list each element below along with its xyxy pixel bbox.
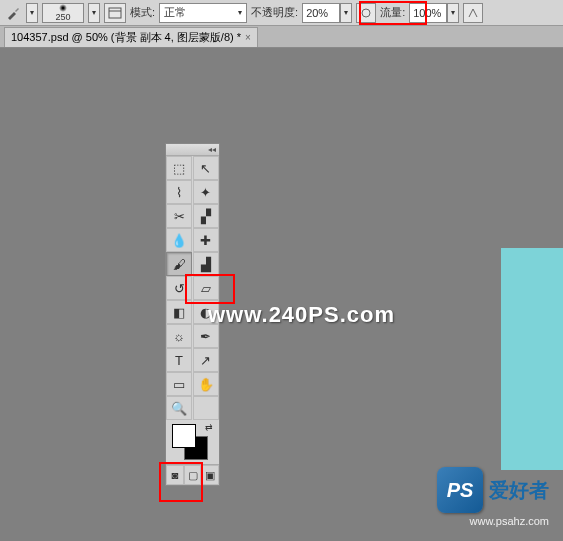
pressure-opacity-toggle[interactable] [356, 3, 376, 23]
document-tab[interactable]: 104357.psd @ 50% (背景 副本 4, 图层蒙版/8) * × [4, 27, 258, 47]
marquee-tool[interactable]: ⬚ [166, 156, 192, 180]
canvas-area: ◂◂ ⬚↖⌇✦✂▞💧✚🖌▟↺▱◧◐☼✒T↗▭✋🔍 ⇄ ◙▢▣ www.240PS… [0, 48, 563, 541]
type-tool[interactable]: T [166, 348, 192, 372]
brush-preset-picker[interactable]: 250 [42, 3, 84, 23]
opacity-dropdown[interactable]: ▾ [340, 3, 352, 23]
swap-colors-icon[interactable]: ⇄ [205, 422, 213, 432]
screen-mode-2[interactable]: ▣ [201, 465, 219, 485]
svg-point-2 [362, 9, 370, 17]
flow-label: 流量: [380, 5, 405, 20]
healing-brush-tool[interactable]: ✚ [193, 228, 219, 252]
gradient-tool[interactable]: ◧ [166, 300, 192, 324]
crop-tool[interactable]: ✂ [166, 204, 192, 228]
lasso-tool[interactable]: ⌇ [166, 180, 192, 204]
clone-stamp-tool[interactable]: ▟ [193, 252, 219, 276]
move-tool[interactable]: ↖ [193, 156, 219, 180]
history-brush-tool[interactable]: ↺ [166, 276, 192, 300]
flow-dropdown[interactable]: ▾ [447, 3, 459, 23]
tools-panel-header[interactable]: ◂◂ [166, 144, 219, 156]
brush-preset-dropdown[interactable]: ▾ [88, 3, 100, 23]
eyedropper-tool[interactable]: 💧 [166, 228, 192, 252]
magic-wand-tool[interactable]: ✦ [193, 180, 219, 204]
tool-preset-icon[interactable] [4, 4, 22, 22]
site-logo-text: 爱好者 [489, 477, 549, 504]
site-url: www.psahz.com [470, 515, 549, 527]
opacity-input[interactable]: 20% [302, 3, 340, 23]
ps-badge: PS [437, 467, 483, 513]
airbrush-toggle[interactable] [463, 3, 483, 23]
close-icon[interactable]: × [245, 32, 251, 43]
dodge-tool[interactable]: ☼ [166, 324, 192, 348]
quick-mask-toggle[interactable]: ◙ [166, 465, 184, 485]
brush-tool[interactable]: 🖌 [166, 252, 192, 276]
screen-mode-1[interactable]: ▢ [184, 465, 202, 485]
site-logo: PS 爱好者 [437, 467, 549, 513]
foreground-color-swatch[interactable] [172, 424, 196, 448]
blend-mode-value: 正常 [164, 5, 186, 20]
mode-label: 模式: [130, 5, 155, 20]
collapse-icon: ◂◂ [208, 145, 216, 154]
options-bar: ▾ 250 ▾ 模式: 正常 ▾ 不透明度: 20% ▾ 流量: 100% ▾ [0, 0, 563, 26]
slice-tool[interactable]: ▞ [193, 204, 219, 228]
brush-size-value: 250 [55, 12, 70, 22]
watermark-text: www.240PS.com [208, 302, 395, 328]
eraser-tool[interactable]: ▱ [193, 276, 219, 300]
brush-panel-toggle[interactable] [104, 3, 126, 23]
tool-empty [193, 396, 219, 420]
blend-mode-select[interactable]: 正常 ▾ [159, 3, 247, 23]
document-tab-title: 104357.psd @ 50% (背景 副本 4, 图层蒙版/8) * [11, 30, 241, 45]
opacity-label: 不透明度: [251, 5, 298, 20]
path-selection-tool[interactable]: ↗ [193, 348, 219, 372]
zoom-tool[interactable]: 🔍 [166, 396, 192, 420]
flow-input[interactable]: 100% [409, 3, 447, 23]
svg-rect-0 [109, 8, 121, 18]
chevron-down-icon: ▾ [238, 8, 242, 17]
document-tabs-bar: 104357.psd @ 50% (背景 副本 4, 图层蒙版/8) * × [0, 26, 563, 48]
canvas-document[interactable] [501, 248, 563, 470]
tool-preset-dropdown[interactable]: ▾ [26, 3, 38, 23]
rectangle-tool[interactable]: ▭ [166, 372, 192, 396]
hand-tool[interactable]: ✋ [193, 372, 219, 396]
color-swatches: ⇄ [166, 420, 219, 464]
